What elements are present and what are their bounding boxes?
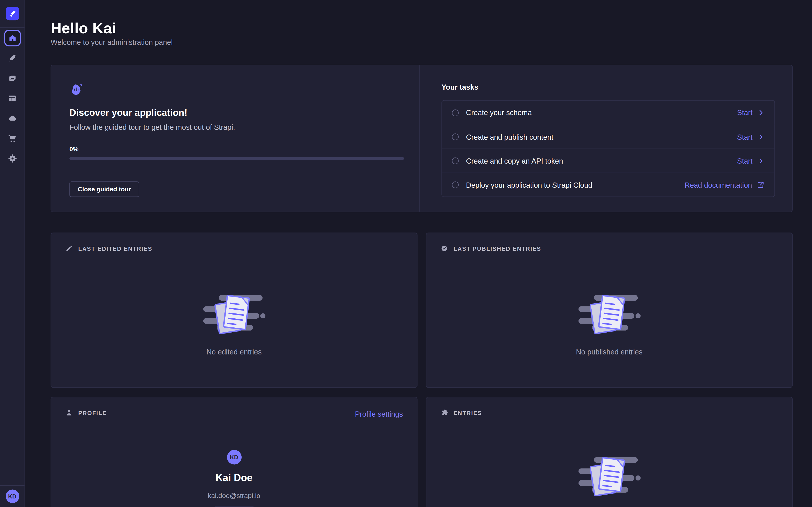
chevron-right-icon [757, 133, 764, 140]
empty-state: No published entries [426, 397, 792, 507]
empty-state: No published entries [426, 233, 792, 356]
sidebar-item-deploy[interactable] [4, 110, 20, 127]
widget-title: PROFILE [78, 409, 107, 416]
task-read-documentation-link[interactable]: Read documentation [684, 181, 764, 189]
tasks-list: Create your schema Start Create and publ… [442, 100, 775, 197]
task-label: Deploy your application to Strapi Cloud [466, 181, 592, 189]
task-label: Create and copy an API token [466, 157, 563, 165]
profile-name: Kai Doe [51, 472, 417, 484]
layout-icon [8, 94, 17, 103]
user-avatar[interactable]: KD [5, 490, 19, 503]
feather-icon [8, 54, 17, 62]
strapi-logo[interactable] [5, 7, 19, 20]
logo-area [0, 0, 24, 28]
task-status-circle [452, 158, 459, 164]
task-start-link[interactable]: Start [737, 133, 765, 141]
cloud-icon [8, 114, 17, 123]
task-action-label: Start [737, 133, 753, 141]
page-subtitle: Welcome to your administration panel [51, 38, 172, 46]
empty-state-text: No edited entries [51, 348, 417, 356]
last-edited-entries-card: LAST EDITED ENTRIES No edited entries [51, 233, 417, 388]
empty-state: No edited entries [51, 233, 417, 356]
task-status-circle [452, 133, 459, 140]
task-status-circle [452, 181, 459, 188]
sidebar-item-marketplace[interactable] [4, 130, 20, 147]
documents-illustration [203, 289, 265, 337]
strapi-logo-icon [8, 9, 17, 18]
cart-icon [8, 134, 17, 143]
task-row: Create and publish content Start [442, 125, 774, 149]
onboarding-card: Discover your application! Follow the gu… [51, 65, 793, 212]
task-action-label: Read documentation [684, 181, 752, 189]
gear-icon [8, 154, 17, 163]
task-action-label: Start [737, 108, 753, 117]
documents-illustration [578, 289, 641, 337]
documents-illustration [578, 452, 641, 500]
sidebar-item-settings[interactable] [4, 150, 20, 167]
sidebar-footer: KD [0, 485, 24, 507]
sidebar-item-content-manager[interactable] [4, 50, 20, 66]
tasks-pane: Your tasks Create your schema Start Crea… [419, 65, 792, 212]
task-start-link[interactable]: Start [737, 108, 765, 117]
page-title: Hello Kai [51, 20, 116, 37]
close-guided-tour-button[interactable]: Close guided tour [69, 181, 139, 197]
progress-label: 0% [69, 146, 404, 153]
role-badge-partial [214, 506, 254, 507]
sidebar-item-media-library[interactable] [4, 70, 20, 87]
chevron-right-icon [757, 157, 764, 165]
task-start-link[interactable]: Start [737, 157, 765, 165]
guided-tour-title: Discover your application! [69, 108, 404, 118]
empty-state-text: No published entries [426, 348, 792, 356]
task-row: Create and copy an API token Start [442, 149, 774, 172]
tasks-title: Your tasks [442, 83, 775, 91]
guided-tour-description: Follow the guided tour to get the most o… [69, 123, 404, 131]
strapi-dashboard: KD Hello Kai Welcome to your administrat… [0, 0, 812, 507]
profile-settings-link[interactable]: Profile settings [355, 410, 403, 418]
task-action-label: Start [737, 157, 753, 165]
task-status-circle [452, 109, 459, 116]
profile-card: PROFILE Profile settings KD Kai Doe kai.… [51, 397, 417, 507]
sidebar-nav [0, 28, 24, 167]
images-icon [8, 74, 17, 82]
last-published-entries-card: LAST PUBLISHED ENTRIES No published entr… [426, 233, 793, 388]
task-row: Create your schema Start [442, 101, 774, 125]
waving-hand-icon [69, 83, 83, 97]
guided-tour-pane: Discover your application! Follow the gu… [51, 65, 419, 212]
profile-email: kai.doe@strapi.io [51, 492, 417, 500]
person-icon [65, 409, 73, 417]
sidebar: KD [0, 0, 25, 507]
task-label: Create your schema [466, 108, 532, 117]
progress-bar [69, 157, 404, 160]
profile-avatar: KD [227, 450, 241, 465]
task-row: Deploy your application to Strapi Cloud … [442, 173, 774, 196]
sidebar-item-content-type-builder[interactable] [4, 90, 20, 107]
home-icon [8, 34, 16, 42]
external-link-icon [757, 181, 765, 189]
chevron-right-icon [757, 109, 764, 116]
sidebar-item-home[interactable] [4, 30, 20, 46]
task-label: Create and publish content [466, 133, 553, 141]
entries-card: ENTRIES No published entries [426, 397, 793, 507]
